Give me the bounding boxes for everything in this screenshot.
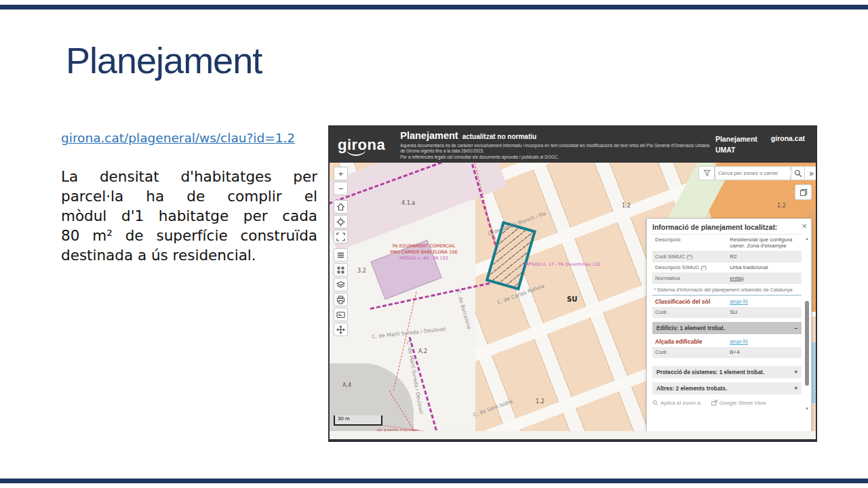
panel-row: Codi B+4 — [652, 347, 802, 358]
search-field-wrap — [715, 166, 791, 180]
collapse-search-button[interactable]: » — [804, 166, 816, 180]
classificacio-section-header: Classificació del sòl anar-hi — [652, 295, 802, 307]
proteccio-section-bar[interactable]: Protecció de sistemes: 1 element trobat.… — [652, 366, 802, 378]
zoom-out-button[interactable]: − — [334, 182, 348, 195]
girona-link[interactable]: girona.cat/plageneral/ws/clau?id=1.2 — [61, 131, 295, 145]
copy-icon — [800, 188, 808, 197]
panel-row: Descripció SIMUC (*) Urbà tradicional — [652, 262, 802, 273]
bookmarks-button[interactable] — [334, 308, 348, 321]
header-site: girona.cat — [771, 134, 805, 142]
layers-button[interactable] — [334, 278, 348, 291]
card-icon — [336, 310, 345, 319]
edificis-section-bar[interactable]: Edificis: 1 element trobat. − — [652, 322, 802, 334]
panel-footnote: * Sistema d'informació del planejament u… — [652, 284, 802, 295]
altres-section-bar[interactable]: Altres: 2 elements trobats. + — [652, 382, 802, 394]
panel-row: Codi SU — [652, 307, 802, 318]
app-title: Planejament — [400, 130, 458, 141]
locate-button[interactable] — [334, 215, 348, 228]
print-icon — [336, 296, 345, 304]
girona-logo-arc — [347, 150, 366, 156]
panel-row: Normativa enllaç — [652, 273, 802, 284]
zone-label: 1.2 — [536, 399, 545, 405]
slide-top-accent-bar — [0, 5, 868, 9]
zoom-icon — [652, 400, 658, 406]
slide: Planejament girona.cat/plageneral/ws/cla… — [0, 0, 868, 488]
body-line: parcel·la ha de complir el — [61, 186, 317, 206]
map-toolbar: + − — [334, 167, 348, 338]
zone-label: A.4 — [342, 382, 351, 388]
anar-hi-link[interactable]: anar-hi — [730, 298, 747, 305]
panel-row: Descripció Residencial que configura car… — [652, 234, 802, 251]
planejament-app-screenshot: girona Planejamentactualitzat no normati… — [328, 125, 817, 442]
search-bar — [698, 166, 806, 180]
street-view-button[interactable]: Google Street View — [711, 400, 766, 406]
page-title: Planejament — [66, 39, 262, 81]
expand-icon: + — [794, 385, 797, 392]
close-icon[interactable]: × — [802, 221, 807, 231]
app-header-right: Planejament UMAT girona.cat — [715, 134, 808, 156]
body-line: 80 m² de superfície construïda — [61, 226, 317, 245]
search-button[interactable] — [791, 166, 806, 180]
chevrons-icon: » — [809, 169, 814, 178]
plan-label-santa-coloma: PA SANTA COLOMA — [377, 428, 419, 431]
home-icon — [336, 203, 345, 211]
info-panel: Informació de planejament localitzat: × … — [646, 218, 812, 431]
basemap-gallery-button[interactable] — [334, 263, 348, 277]
zone-label: 1.2 — [777, 203, 786, 209]
panel-footer: Aplica el zoom a Google Street View — [652, 400, 802, 406]
plan-label-group: PA EQUIPAMENT COMERCIAL PMU CARRER BARCE… — [387, 243, 461, 261]
scale-bar: 30 m — [334, 415, 382, 426]
body-text: La densitat d'habitatges per parcel·la h… — [61, 167, 317, 265]
header-dept: UMAT — [715, 145, 757, 156]
collapse-icon: − — [794, 325, 797, 331]
menu-icon — [336, 251, 345, 260]
panel-row: Codi SIMUC (*) R2 — [652, 251, 802, 262]
search-icon — [794, 169, 802, 178]
home-button[interactable] — [334, 200, 348, 214]
zone-label: 3.2 — [357, 268, 366, 274]
app-subtitle: actualitzat no normatiu — [462, 133, 536, 140]
zone-label: 4.1.a — [401, 200, 415, 206]
street-view-icon — [711, 400, 717, 406]
app-header: girona Planejamentactualitzat no normati… — [330, 127, 816, 163]
pan-button[interactable] — [334, 323, 348, 336]
zone-label: A.2 — [418, 348, 427, 354]
normativa-link[interactable]: enllaç — [730, 275, 799, 281]
zone-label: 1.2 — [622, 203, 631, 209]
legend-button[interactable] — [334, 248, 348, 262]
search-filter-button[interactable] — [698, 166, 715, 180]
zoom-in-button[interactable]: + — [334, 167, 348, 180]
pan-icon — [336, 325, 345, 334]
full-extent-button[interactable] — [334, 230, 348, 243]
scroll-down-icon[interactable]: ▼ — [804, 407, 810, 411]
scrollbar-thumb[interactable] — [805, 301, 809, 386]
apply-zoom-button[interactable]: Aplica el zoom a — [652, 400, 701, 406]
locate-icon — [336, 218, 345, 226]
funnel-icon — [703, 169, 711, 177]
duplicate-view-button[interactable] — [795, 184, 812, 200]
plan-label-mpgou17: MPGOU n. 17 - PA Disseminau 101 — [525, 262, 601, 268]
street-label: C. de Sant Isidre — [472, 398, 513, 418]
info-panel-title: Informació de planejament localitzat: — [652, 223, 802, 231]
header-app-name: Planejament — [715, 134, 757, 145]
body-line: La densitat d'habitatges per — [61, 167, 317, 186]
anar-hi-link[interactable]: anar-hi — [730, 338, 747, 345]
expand-icon: + — [794, 369, 797, 375]
grid-icon — [336, 266, 345, 274]
slide-bottom-accent-bar — [0, 479, 868, 483]
body-line: mòdul d'1 habitatge per cada — [61, 206, 317, 226]
girona-logo[interactable]: girona — [338, 136, 385, 154]
alcada-section-header: Alçada edificable anar-hi — [652, 336, 802, 347]
zone-label-su: SU — [567, 296, 577, 303]
app-header-center: Planejamentactualitzat no normatiu Aques… — [400, 129, 715, 160]
map-canvas[interactable]: 4.1.a 3.2 A.2 A.4 SU 1.2 1.2 1.2 C. de N… — [330, 163, 816, 431]
scroll-up-icon[interactable]: ▲ — [804, 237, 810, 241]
body-line: destinada a ús residencial. — [61, 245, 317, 265]
search-input[interactable] — [715, 170, 791, 176]
app-disclaimer: Aquesta documentació és de caràcter excl… — [400, 143, 715, 160]
layers-icon — [336, 281, 345, 289]
panel-scrollbar[interactable]: ▲ ▼ — [804, 237, 810, 411]
print-button[interactable] — [334, 293, 348, 306]
full-extent-icon — [336, 232, 345, 241]
